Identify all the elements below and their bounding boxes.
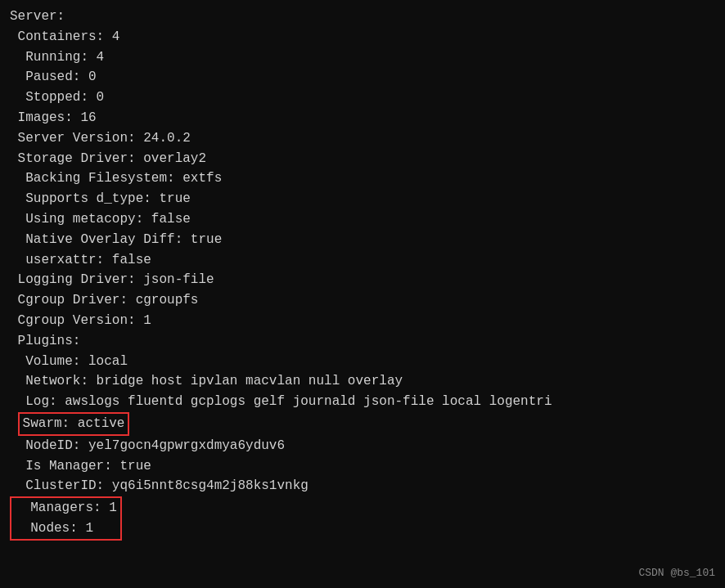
terminal-line-native-overlay: Native Overlay Diff: true [10, 230, 715, 250]
terminal-line-server-header: Server: [10, 7, 715, 27]
terminal-line-paused: Paused: 0 [10, 67, 715, 88]
terminal-line-containers: Containers: 4 [10, 27, 715, 47]
terminal-line-nodes: Nodes: 1 [15, 518, 117, 539]
terminal-line-clusterid: ClusterID: yq6i5nnt8csg4m2j88ks1vnkg [10, 476, 715, 496]
terminal-line-using-metacopy: Using metacopy: false [10, 209, 715, 230]
terminal-line-cgroup-driver: Cgroup Driver: cgroupfs [10, 290, 715, 311]
terminal-line-volume: Volume: local [10, 352, 715, 372]
managers-nodes-highlight: Managers: 1 Nodes: 1 [10, 496, 122, 541]
terminal-line-supports-dtype: Supports d_type: true [10, 189, 715, 209]
terminal-line-running: Running: 4 [10, 47, 715, 68]
terminal-line-storage-driver: Storage Driver: overlay2 [10, 149, 715, 169]
terminal-line-backing-fs: Backing Filesystem: extfs [10, 168, 715, 189]
terminal-line-stopped: Stopped: 0 [10, 88, 715, 108]
terminal-window: Server: Containers: 4 Running: 4 Paused:… [0, 0, 725, 588]
terminal-line-images: Images: 16 [10, 108, 715, 128]
terminal-line-server-version: Server Version: 24.0.2 [10, 128, 715, 149]
terminal-line-plugins: Plugins: [10, 331, 715, 352]
terminal-line-nodeid: NodeID: yel7gocn4gpwrgxdmya6yduv6 [10, 436, 715, 456]
terminal-line-userxattr: userxattr: false [10, 250, 715, 271]
watermark: CSDN @bs_101 [638, 565, 715, 581]
terminal-line-log: Log: awslogs fluentd gcplogs gelf journa… [10, 392, 715, 412]
terminal-line-managers: Managers: 1 [15, 498, 117, 518]
terminal-line-is-manager: Is Manager: true [10, 456, 715, 477]
terminal-line-network: Network: bridge host ipvlan macvlan null… [10, 371, 715, 392]
terminal-line-cgroup-version: Cgroup Version: 1 [10, 311, 715, 331]
terminal-line-logging-driver: Logging Driver: json-file [10, 270, 715, 290]
swarm-active-highlight: Swarm: active [18, 412, 130, 436]
terminal-line-swarm: Swarm: active [10, 412, 715, 436]
